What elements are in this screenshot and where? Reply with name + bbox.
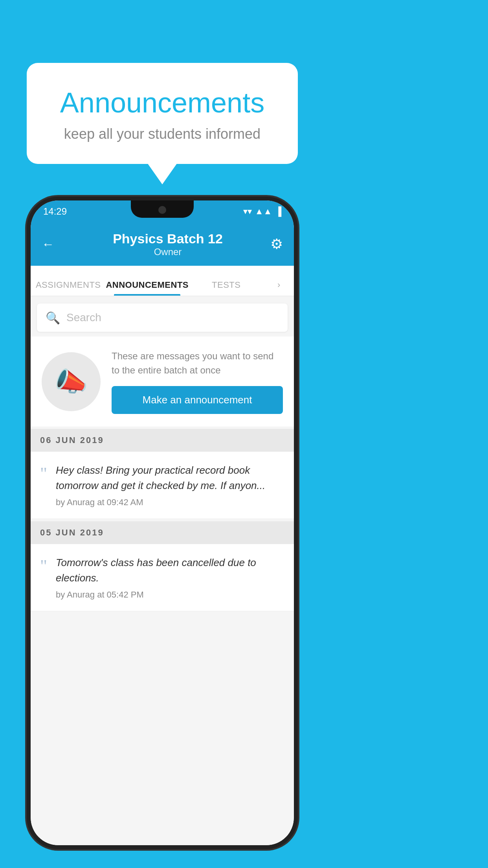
announcement-item-2[interactable]: " Tomorrow's class has been cancelled du…	[31, 544, 294, 611]
promo-block: 📣 These are messages you want to send to…	[31, 337, 294, 427]
search-icon: 🔍	[46, 311, 60, 325]
date-separator-2: 05 JUN 2019	[31, 521, 294, 544]
promo-right: These are messages you want to send to t…	[112, 349, 283, 414]
announcement-item-1[interactable]: " Hey class! Bring your practical record…	[31, 452, 294, 519]
announcement-author-2: by Anurag at 05:42 PM	[56, 590, 284, 600]
announcement-message-2: Tomorrow's class has been cancelled due …	[56, 555, 284, 586]
status-icons: ▾▾ ▲▲ ▐	[243, 206, 281, 217]
tabs-bar: ASSIGNMENTS ANNOUNCEMENTS TESTS ›	[31, 266, 294, 296]
app-header: ← Physics Batch 12 Owner ⚙	[31, 223, 294, 266]
quote-icon-2: "	[40, 557, 47, 575]
announcement-text-1: Hey class! Bring your practical record b…	[56, 463, 284, 508]
back-button[interactable]: ←	[42, 237, 54, 252]
bubble-subtitle: keep all your students informed	[50, 126, 274, 142]
announcement-message-1: Hey class! Bring your practical record b…	[56, 463, 284, 493]
tab-tests[interactable]: TESTS	[189, 280, 264, 296]
megaphone-icon: 📣	[55, 366, 88, 397]
bubble-title: Announcements	[50, 86, 274, 119]
power-button	[295, 318, 298, 354]
announcement-text-2: Tomorrow's class has been cancelled due …	[56, 555, 284, 600]
gear-icon[interactable]: ⚙	[270, 236, 283, 252]
camera	[158, 206, 166, 214]
date-separator-1: 06 JUN 2019	[31, 429, 294, 452]
make-announcement-button[interactable]: Make an announcement	[112, 386, 283, 414]
header-title: Physics Batch 12	[65, 231, 270, 246]
wifi-icon: ▾▾	[243, 206, 252, 217]
speech-bubble: Announcements keep all your students inf…	[27, 63, 298, 164]
volume-down-button	[27, 346, 29, 373]
status-time: 14:29	[43, 206, 67, 217]
notch	[131, 200, 194, 218]
tab-announcements[interactable]: ANNOUNCEMENTS	[106, 280, 189, 296]
announcement-author-1: by Anurag at 09:42 AM	[56, 497, 284, 508]
announcement-icon-circle: 📣	[42, 352, 101, 411]
tab-assignments[interactable]: ASSIGNMENTS	[31, 280, 106, 296]
phone-screen: 14:29 ▾▾ ▲▲ ▐ ← Physics Batch 12 Owner ⚙…	[31, 200, 294, 845]
battery-icon: ▐	[275, 206, 281, 217]
header-title-block: Physics Batch 12 Owner	[65, 231, 270, 257]
promo-description: These are messages you want to send to t…	[112, 349, 283, 377]
speech-bubble-container: Announcements keep all your students inf…	[27, 63, 298, 164]
phone-frame: 14:29 ▾▾ ▲▲ ▐ ← Physics Batch 12 Owner ⚙…	[27, 197, 298, 849]
tab-more[interactable]: ›	[264, 280, 294, 296]
search-bar[interactable]: 🔍 Search	[37, 303, 288, 332]
content-area: 🔍 Search 📣 These are messages you want t…	[31, 296, 294, 845]
signal-icon: ▲▲	[255, 206, 272, 217]
volume-up-button	[27, 311, 29, 338]
header-subtitle: Owner	[65, 246, 270, 257]
quote-icon-1: "	[40, 465, 47, 482]
search-placeholder: Search	[66, 311, 101, 324]
